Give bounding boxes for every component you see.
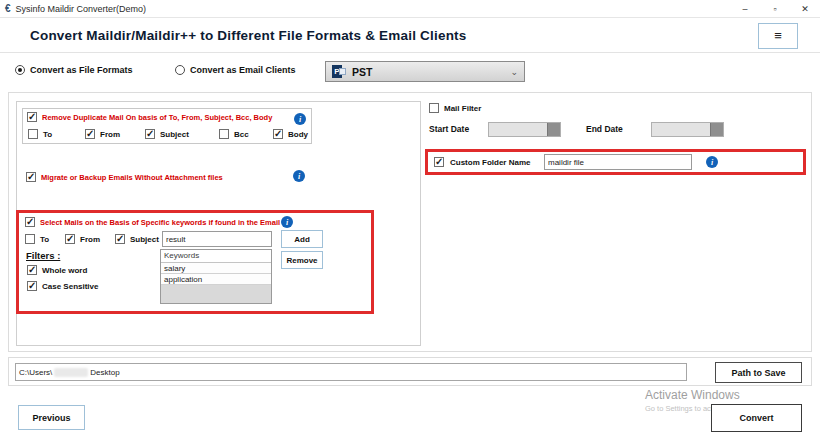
app-logo-icon: €: [5, 3, 11, 14]
info-icon[interactable]: i: [294, 113, 306, 125]
dedupe-field-from: From: [85, 129, 120, 139]
from-label: From: [100, 130, 120, 139]
app-window: € Sysinfo Maildir Converter(Demo) – ▫ ✕ …: [0, 0, 820, 437]
dropdown-selected-value: PST: [352, 66, 372, 78]
bcc-label: Bcc: [234, 130, 249, 139]
remove-duplicates-label: Remove Duplicate Mail On basis of To, Fr…: [42, 113, 272, 122]
custom-folder-checkbox[interactable]: [434, 157, 444, 167]
window-title: Sysinfo Maildir Converter(Demo): [16, 4, 147, 14]
dedupe-field-subject: Subject: [145, 129, 189, 139]
radio-convert-email-clients[interactable]: Convert as Email Clients: [175, 65, 296, 75]
list-item[interactable]: salary: [161, 263, 271, 274]
subject-checkbox[interactable]: [115, 234, 125, 244]
case-sensitive-label: Case Sensitive: [42, 282, 98, 291]
to-checkbox[interactable]: [25, 234, 35, 244]
whole-word-row: Whole word: [27, 265, 87, 275]
migrate-without-attachments-row: Migrate or Backup Emails Without Attachm…: [26, 172, 223, 182]
convert-button[interactable]: Convert: [711, 404, 802, 432]
path-prefix: C:\Users\: [19, 368, 52, 377]
radio-icon[interactable]: [15, 65, 25, 75]
pst-icon-envelope: [339, 68, 346, 75]
window-controls: – ▫ ✕: [730, 0, 820, 17]
to-checkbox[interactable]: [28, 129, 38, 139]
radio-convert-file-formats[interactable]: Convert as File Formats: [15, 65, 133, 75]
subject-label: Subject: [160, 130, 189, 139]
body-checkbox[interactable]: [273, 129, 283, 139]
pst-icon: P: [332, 65, 346, 78]
previous-button[interactable]: Previous: [18, 405, 85, 430]
remove-duplicates-checkbox[interactable]: [27, 112, 37, 122]
redacted-username: [54, 368, 88, 377]
to-label: To: [40, 235, 49, 244]
format-select-dropdown[interactable]: P PST ⌄: [325, 61, 525, 82]
path-to-save-button[interactable]: Path to Save: [715, 362, 802, 383]
title-bar: € Sysinfo Maildir Converter(Demo) – ▫ ✕: [0, 0, 820, 18]
save-path-strip: C:\Users\ Desktop Path to Save: [8, 357, 812, 386]
keywords-field-subject: Subject: [115, 234, 159, 244]
subject-checkbox[interactable]: [145, 129, 155, 139]
hamburger-menu-button[interactable]: ≡: [758, 23, 798, 49]
close-button[interactable]: ✕: [790, 0, 820, 17]
custom-folder-section: Custom Folder Name i: [425, 149, 806, 175]
case-sensitive-checkbox[interactable]: [27, 281, 37, 291]
filters-label: Filters :: [26, 250, 60, 261]
from-checkbox[interactable]: [65, 234, 75, 244]
dedupe-field-bcc: Bcc: [219, 129, 249, 139]
custom-folder-input[interactable]: [544, 154, 692, 170]
custom-folder-label: Custom Folder Name: [450, 158, 538, 167]
from-checkbox[interactable]: [85, 129, 95, 139]
chevron-down-icon: ⌄: [510, 67, 518, 77]
calendar-button: [547, 123, 560, 136]
end-date-field: [651, 122, 724, 137]
path-suffix: Desktop: [90, 368, 119, 377]
keywords-listbox[interactable]: Keywords salary application: [160, 249, 272, 304]
start-date-field: [488, 122, 561, 137]
watermark-line1: Activate Windows: [645, 388, 763, 402]
body-label: Body: [288, 130, 308, 139]
whole-word-label: Whole word: [42, 266, 87, 275]
keywords-label: Select Mails on the Basis of Specific ke…: [40, 218, 280, 227]
keywords-filter-section: Select Mails on the Basis of Specific ke…: [16, 210, 374, 314]
save-path-field[interactable]: C:\Users\ Desktop: [15, 363, 687, 381]
migrate-label: Migrate or Backup Emails Without Attachm…: [41, 173, 223, 182]
dedupe-field-to: To: [28, 129, 52, 139]
info-icon[interactable]: i: [293, 170, 305, 182]
whole-word-checkbox[interactable]: [27, 265, 37, 275]
mail-filter-row: Mail Filter: [429, 103, 481, 113]
keywords-field-from: From: [65, 234, 100, 244]
add-keyword-button[interactable]: Add: [281, 230, 323, 248]
remove-duplicates-section: Remove Duplicate Mail On basis of To, Fr…: [22, 108, 312, 144]
maximize-button[interactable]: ▫: [760, 0, 790, 17]
minimize-button[interactable]: –: [730, 0, 760, 17]
from-label: From: [80, 235, 100, 244]
radio-label: Convert as Email Clients: [190, 65, 296, 75]
left-options-panel: Remove Duplicate Mail On basis of To, Fr…: [16, 101, 421, 346]
info-icon[interactable]: i: [281, 216, 293, 228]
bcc-checkbox[interactable]: [219, 129, 229, 139]
mail-filter-checkbox[interactable]: [429, 103, 439, 113]
info-icon[interactable]: i: [706, 156, 718, 168]
end-date-label: End Date: [586, 124, 623, 134]
keywords-field-to: To: [25, 234, 49, 244]
conversion-mode-row: Convert as File Formats Convert as Email…: [0, 53, 820, 92]
keywords-list-header: Keywords: [161, 250, 271, 263]
list-item[interactable]: application: [161, 274, 271, 285]
radio-label: Convert as File Formats: [30, 65, 133, 75]
keywords-checkbox-row: Select Mails on the Basis of Specific ke…: [25, 217, 280, 227]
calendar-button: [710, 123, 723, 136]
dedupe-field-body: Body: [273, 129, 308, 139]
main-content: Remove Duplicate Mail On basis of To, Fr…: [8, 92, 812, 352]
header: Convert Maildir/Maildir++ to Different F…: [0, 19, 820, 53]
mail-filter-label: Mail Filter: [444, 104, 481, 113]
start-date-label: Start Date: [429, 124, 469, 134]
remove-keyword-button[interactable]: Remove: [281, 251, 323, 269]
keywords-checkbox[interactable]: [25, 217, 35, 227]
to-label: To: [43, 130, 52, 139]
page-title: Convert Maildir/Maildir++ to Different F…: [30, 28, 466, 43]
migrate-checkbox[interactable]: [26, 172, 36, 182]
keyword-input[interactable]: [162, 231, 272, 247]
case-sensitive-row: Case Sensitive: [27, 281, 98, 291]
subject-label: Subject: [130, 235, 159, 244]
remove-duplicates-checkbox-row: Remove Duplicate Mail On basis of To, Fr…: [27, 112, 272, 122]
radio-icon[interactable]: [175, 65, 185, 75]
